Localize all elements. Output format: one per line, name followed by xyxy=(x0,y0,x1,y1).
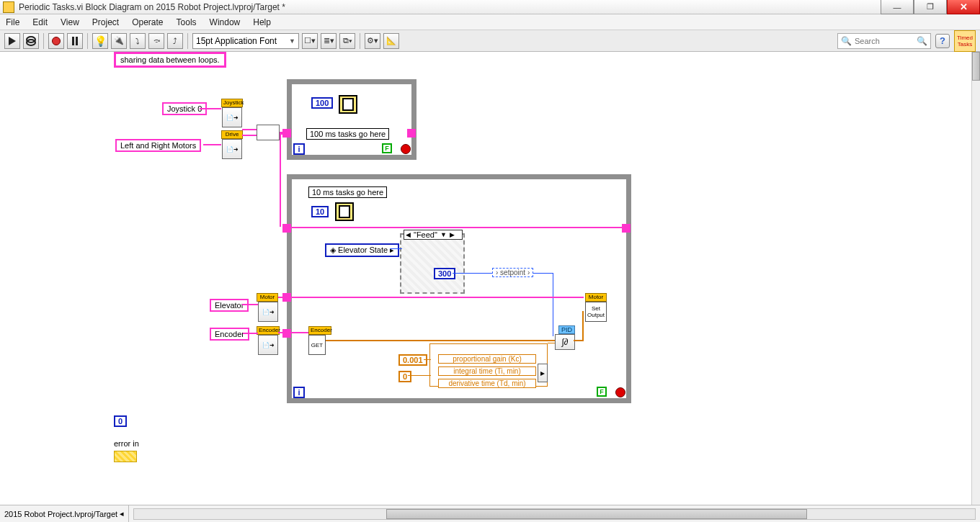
loop1-wait-icon[interactable] xyxy=(339,95,357,114)
abort-button[interactable] xyxy=(48,33,64,49)
elevator-state-ref[interactable]: ◈ Elevator State ▸ xyxy=(325,243,399,257)
scroll-thumb[interactable] xyxy=(386,509,806,519)
menu-project[interactable]: Project xyxy=(92,17,119,27)
error-in-cluster[interactable] xyxy=(114,451,137,462)
font-selector-text: 15pt Application Font xyxy=(196,36,277,46)
loop1-task-label[interactable]: 100 ms tasks go here xyxy=(306,128,389,140)
loop2-tunnel-encoder[interactable] xyxy=(282,329,291,338)
menu-operate[interactable]: Operate xyxy=(132,17,163,27)
menu-window[interactable]: Window xyxy=(210,17,241,27)
while-loop-100ms[interactable] xyxy=(287,79,416,160)
run-continuously-button[interactable] xyxy=(23,33,39,49)
vertical-scrollbar[interactable] xyxy=(971,52,980,505)
motor-subvi-icon[interactable]: 📄➜ xyxy=(258,302,278,322)
cleanup-diagram-button[interactable]: ⚙▾ xyxy=(365,33,380,49)
loop1-left-tunnel[interactable] xyxy=(282,129,291,138)
menu-help[interactable]: Help xyxy=(253,17,271,27)
case-selector[interactable]: ◀ "Feed" ▼ ▶ xyxy=(404,230,463,240)
context-help-button[interactable]: ? xyxy=(935,34,950,48)
loop1-condition-false[interactable]: F xyxy=(382,143,392,153)
pid-subvi[interactable]: ∫∂ xyxy=(555,334,575,350)
note-sharing-data[interactable]: sharing data between loops. xyxy=(114,52,226,68)
loop2-iteration-terminal[interactable]: i xyxy=(293,387,305,398)
wire xyxy=(278,297,584,298)
status-crumb[interactable]: 2015 Robot Project.lvproj/Target ◂ xyxy=(0,505,129,522)
elevator-ref[interactable]: Elevator xyxy=(210,299,249,312)
loop2-ms-constant[interactable]: 10 xyxy=(311,206,329,217)
diagram-tools-button[interactable]: 📐 xyxy=(383,33,399,49)
case-right-arrow-icon[interactable]: ▶ xyxy=(450,231,455,238)
toolbar-separator xyxy=(43,33,44,49)
wire xyxy=(278,332,308,333)
loop2-tunnel-share-r[interactable] xyxy=(622,224,631,233)
joystick-subvi-icon[interactable]: 📄➜ xyxy=(222,107,242,127)
encoder-subvi-icon[interactable]: 📄➜ xyxy=(258,335,278,355)
step-over-button[interactable]: ⤼ xyxy=(148,33,164,49)
error-in-label: error in xyxy=(114,439,139,448)
wire xyxy=(242,135,257,136)
case-dropdown-icon[interactable]: ▼ xyxy=(440,231,447,238)
gain-0-constant[interactable]: 0 xyxy=(398,371,411,382)
bundle-node[interactable] xyxy=(257,125,280,140)
vi-icon-timed-tasks[interactable]: Timed Tasks xyxy=(954,30,976,52)
drive-tag: Drive xyxy=(221,130,243,139)
window-maximize-button[interactable]: ❐ xyxy=(914,0,947,14)
run-button[interactable] xyxy=(4,33,20,49)
setpoint-constant[interactable]: 300 xyxy=(434,268,455,279)
menu-edit[interactable]: Edit xyxy=(32,17,48,27)
motor-tag: Motor xyxy=(257,293,278,302)
run-arrow-icon xyxy=(9,37,16,45)
encoder-ref[interactable]: Encoder xyxy=(210,328,249,341)
drive-subvi-icon[interactable]: 📄➜ xyxy=(222,139,242,159)
loop2-tunnel-share[interactable] xyxy=(282,224,291,233)
menu-file[interactable]: File xyxy=(6,17,19,27)
align-objects-button[interactable]: ☐▾ xyxy=(302,33,318,49)
wire xyxy=(280,133,281,227)
loop1-iteration-terminal[interactable]: i xyxy=(293,143,305,155)
loop2-stop-terminal[interactable] xyxy=(615,387,625,397)
case-left-arrow-icon[interactable]: ◀ xyxy=(406,231,411,238)
menu-bar: File Edit View Project Operate Tools Win… xyxy=(0,14,980,30)
encoder-get-tag: Encoder xyxy=(308,326,331,335)
distribute-objects-button[interactable]: ≣▾ xyxy=(321,33,337,49)
highlight-execution-button[interactable]: 💡 xyxy=(92,33,108,49)
window-minimize-button[interactable]: — xyxy=(881,0,914,14)
motor-set-output-subvi[interactable]: Set Output xyxy=(585,302,607,322)
bundle-by-name-icon[interactable]: ▸ xyxy=(538,364,548,382)
loop1-stop-terminal[interactable] xyxy=(401,144,411,154)
pause-button[interactable] xyxy=(67,33,83,49)
retain-wire-values-button[interactable]: 🔌 xyxy=(111,33,127,49)
case-structure[interactable] xyxy=(400,233,465,294)
zero-constant[interactable]: 0 xyxy=(114,415,127,427)
wire xyxy=(553,273,553,336)
wire xyxy=(203,144,221,145)
menu-view[interactable]: View xyxy=(61,17,79,27)
drive-motors-ref[interactable]: Left and Right Motors xyxy=(115,139,201,152)
encoder-get-subvi[interactable]: GET xyxy=(308,335,326,355)
menu-tools[interactable]: Tools xyxy=(177,17,197,27)
search-placeholder: Search xyxy=(852,37,917,45)
window-close-button[interactable]: ✕ xyxy=(947,0,980,14)
font-selector[interactable]: 15pt Application Font ▼ xyxy=(192,33,299,49)
wire xyxy=(326,340,555,341)
run-cont-icon xyxy=(26,36,36,46)
loop2-wait-icon[interactable] xyxy=(335,202,354,221)
step-into-button[interactable]: ⤵ xyxy=(130,33,146,49)
block-diagram-canvas[interactable]: sharing data between loops. Joystick 0 J… xyxy=(0,52,971,505)
loop1-ms-constant[interactable]: 100 xyxy=(311,97,333,109)
horizontal-scrollbar[interactable] xyxy=(133,508,976,520)
caret-down-icon: ▼ xyxy=(289,37,295,45)
loop1-right-tunnel[interactable] xyxy=(407,129,416,138)
gain-0001-constant[interactable]: 0.001 xyxy=(398,354,427,366)
search-input[interactable]: 🔍 Search 🔍 xyxy=(837,33,931,49)
window-title: Periodic Tasks.vi Block Diagram on 2015 … xyxy=(19,2,285,12)
pid-tag: PID xyxy=(558,325,575,334)
wire xyxy=(408,375,431,376)
encoder-tag: Encoder xyxy=(257,326,280,335)
loop2-condition-false[interactable]: F xyxy=(597,387,607,397)
motor-set-tag: Motor xyxy=(585,293,607,302)
step-out-button[interactable]: ⤴ xyxy=(167,33,183,49)
reorder-button[interactable]: ⧉▾ xyxy=(339,33,355,49)
scroll-thumb[interactable] xyxy=(972,52,980,81)
loop2-task-label[interactable]: 10 ms tasks go here xyxy=(308,186,387,198)
